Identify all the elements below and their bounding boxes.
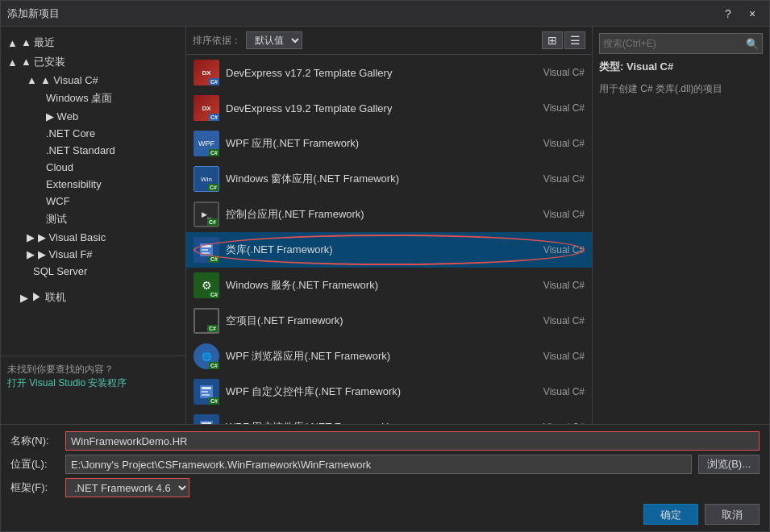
test-label: 测试 [46,213,67,225]
svg-rect-1 [202,245,211,247]
visual-csharp-label: ▲ Visual C# [40,74,98,86]
item-icon: DXC# [194,60,219,85]
name-input[interactable] [65,431,760,451]
list-item[interactable]: ▶_C#控制台应用(.NET Framework)Visual C# [186,197,592,232]
item-tag: Visual C# [528,280,585,291]
item-icon: DXC# [194,95,219,121]
recent-section[interactable]: ▲ ▲ 最近 [1,33,185,52]
title-bar-buttons: ? × [718,6,763,22]
bottom-hint: 未找到你要查找的内容？ 打开 Visual Studio 安装程序 [1,355,185,397]
item-icon: ⚙C# [194,272,219,298]
item-tag: Visual C# [528,386,585,397]
list-item[interactable]: WPFC#WPF 应用(.NET Framework)Visual C# [186,126,592,161]
item-icon: WinC# [194,166,219,192]
cancel-button[interactable]: 取消 [705,504,760,525]
list-item[interactable]: C#WPF 用户控件库(.NET Framework)Visual C# [186,409,592,424]
visual-csharp-group[interactable]: ▲ ▲ Visual C# [1,72,185,89]
item-name: Windows 窗体应用(.NET Framework) [226,172,522,186]
framework-row: 框架(F): .NET Framework 4.6 [10,478,760,497]
web-label: ▶ Web [46,110,78,123]
sidebar-item-web[interactable]: ▶ Web [1,108,185,125]
svg-rect-3 [202,252,210,254]
svg-rect-9 [202,422,211,424]
net-standard-label: .NET Standard [46,144,115,156]
item-icon: C# [194,379,219,405]
wcf-label: WCF [46,195,70,207]
item-name: WPF 自定义控件库(.NET Framework) [226,384,522,399]
ok-button[interactable]: 确定 [643,504,698,525]
search-icon: 🔍 [746,38,759,50]
sidebar-item-cloud[interactable]: Cloud [1,159,185,176]
help-button[interactable]: ? [718,6,739,22]
item-tag: Visual C# [528,67,585,78]
list-item[interactable]: C#空项目(.NET Framework)Visual C# [186,303,592,339]
item-name: WPF 浏览器应用(.NET Framework) [226,349,522,364]
item-name: DevExpress v17.2 Template Gallery [226,67,522,79]
item-tag: Visual C# [528,209,585,220]
visual-fsharp-group[interactable]: ▶ ▶ Visual F# [1,246,185,263]
list-item[interactable]: DXC#DevExpress v17.2 Template GalleryVis… [186,55,592,90]
view-buttons: ⊞ ☰ [542,31,585,49]
hint-text: 未找到你要查找的内容？ [7,363,179,376]
federated-group[interactable]: ▶ ▶ 联机 [1,288,185,307]
visual-basic-group[interactable]: ▶ ▶ Visual Basic [1,229,185,246]
item-icon: C# [194,308,219,334]
svg-rect-5 [202,387,211,389]
list-item[interactable]: 🌐C#WPF 浏览器应用(.NET Framework)Visual C# [186,339,592,374]
browse-button[interactable]: 浏览(B)... [698,455,760,474]
list-item[interactable]: WinC#Windows 窗体应用(.NET Framework)Visual … [186,161,592,197]
type-label: 类型: Visual C# [599,59,763,75]
type-description: 用于创建 C# 类库(.dll)的项目 [599,81,763,96]
framework-label: 框架(F): [10,480,59,495]
item-name: Windows 服务(.NET Framework) [226,278,522,293]
list-view-button[interactable]: ☰ [564,31,585,49]
item-icon: ▶_C# [194,202,219,227]
list-item[interactable]: C#WPF 自定义控件库(.NET Framework)Visual C# [186,374,592,409]
item-name: 控制台应用(.NET Framework) [226,207,522,222]
visual-fsharp-label: ▶ Visual F# [38,248,93,260]
sidebar-item-test[interactable]: 测试 [1,210,185,229]
svg-rect-7 [202,394,210,396]
sidebar-item-windows-desktop[interactable]: Windows 桌面 [1,89,185,108]
item-tag: Visual C# [528,351,585,362]
list-item[interactable]: DXC#DevExpress v19.2 Template GalleryVis… [186,90,592,126]
sidebar-item-net-standard[interactable]: .NET Standard [1,142,185,159]
sidebar-item-wcf[interactable]: WCF [1,193,185,210]
item-tag: Visual C# [528,173,585,185]
net-core-label: .NET Core [46,127,95,139]
add-new-project-dialog: 添加新项目 ? × ▲ ▲ 最近 ▲ ▲ 已安装 ▲ ▲ Visual C# W… [0,0,770,532]
name-label: 名称(N): [10,434,59,448]
dialog-body: ▲ ▲ 最近 ▲ ▲ 已安装 ▲ ▲ Visual C# Windows 桌面 … [1,27,769,424]
grid-view-button[interactable]: ⊞ [542,31,563,49]
vb-arrow: ▶ [27,231,35,243]
left-panel: ▲ ▲ 最近 ▲ ▲ 已安装 ▲ ▲ Visual C# Windows 桌面 … [1,27,186,424]
sort-select[interactable]: 默认值 [246,31,302,49]
right-panel-content: 类型: Visual C# 用于创建 C# 类库(.dll)的项目 [599,59,763,96]
name-row: 名称(N): [10,431,760,451]
csharp-arrow: ▲ [27,74,37,86]
location-input[interactable] [65,455,692,474]
right-panel: 🔍 类型: Visual C# 用于创建 C# 类库(.dll)的项目 [592,27,769,424]
item-name: WPF 应用(.NET Framework) [226,136,522,151]
search-input[interactable] [603,38,743,49]
sidebar-item-extensibility[interactable]: Extensibility [1,176,185,193]
sidebar-item-sql-server[interactable]: SQL Server [1,263,185,280]
visual-basic-label: ▶ Visual Basic [38,231,106,243]
item-name: 类库(.NET Framework) [226,243,522,257]
cloud-label: Cloud [46,161,73,173]
sidebar-item-net-core[interactable]: .NET Core [1,125,185,142]
item-icon: WPFC# [194,131,219,156]
install-link[interactable]: 打开 Visual Studio 安装程序 [7,376,179,390]
close-button[interactable]: × [742,6,763,22]
item-icon: C# [194,414,219,424]
list-item[interactable]: ⚙C#Windows 服务(.NET Framework)Visual C# [186,268,592,303]
buttons-row: 确定 取消 [10,504,760,525]
framework-select[interactable]: .NET Framework 4.6 [65,478,189,497]
sort-bar: 排序依据： 默认值 ⊞ ☰ [186,27,592,55]
item-icon: 🌐C# [194,343,219,369]
installed-section[interactable]: ▲ ▲ 已安装 [1,52,185,72]
svg-rect-2 [202,249,208,251]
installed-label: ▲ 已安装 [21,55,65,69]
list-item[interactable]: C#类库(.NET Framework)Visual C# [186,232,592,268]
center-panel: 排序依据： 默认值 ⊞ ☰ DXC#DevExpress v17.2 Templ… [186,27,592,424]
